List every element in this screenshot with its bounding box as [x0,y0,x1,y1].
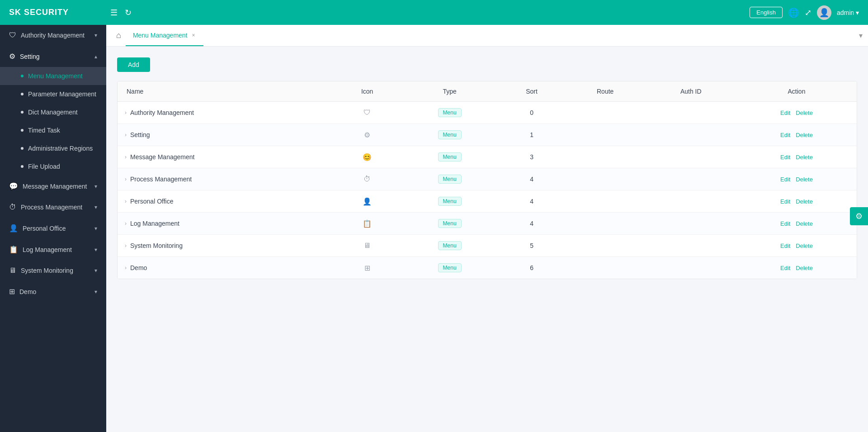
personal-icon: 👤 [9,224,18,233]
refresh-button[interactable]: ↻ [123,6,133,19]
chevron-down-icon: ▾ [94,247,97,253]
row-expand-icon[interactable]: › [125,265,127,271]
cell-name: › Log Management [118,213,333,235]
chevron-down-icon: ▾ [94,204,97,210]
sidebar-item-setting[interactable]: ⚙ Setting ▴ [0,46,106,67]
demo-icon: ⊞ [9,287,15,296]
row-expand-icon[interactable]: › [125,132,127,138]
table-row: › Personal Office 👤 Menu 4 Edit Delete [118,190,857,213]
sidebar-item-log-management[interactable]: 📋 Log Management ▾ [0,239,106,260]
delete-button[interactable]: Delete [796,176,813,183]
edit-button[interactable]: Edit [780,265,790,271]
dot-icon [21,75,24,77]
chevron-down-icon: ▾ [94,32,97,38]
tab-close-button[interactable]: × [191,31,196,39]
sidebar-item-label: Demo [19,288,90,295]
edit-button[interactable]: Edit [780,154,790,161]
cell-route [565,257,646,279]
delete-button[interactable]: Delete [796,198,813,205]
delete-button[interactable]: Delete [796,154,813,161]
add-button[interactable]: Add [117,57,150,72]
expand-icon[interactable]: ⤢ [805,8,811,18]
sidebar-sub-item-parameter-management[interactable]: Parameter Management [0,85,106,103]
edit-button[interactable]: Edit [780,242,790,249]
sidebar-item-label: Log Management [23,246,90,253]
table-row: › Log Management 📋 Menu 4 Edit Delete [118,213,857,235]
col-icon: Icon [333,81,401,102]
row-expand-icon[interactable]: › [125,198,127,204]
sidebar-item-personal-office[interactable]: 👤 Personal Office ▾ [0,218,106,239]
chevron-down-icon: ▾ [94,225,97,232]
type-badge: Menu [438,263,462,272]
sidebar-item-process-management[interactable]: ⏱ Process Management ▾ [0,197,106,218]
edit-button[interactable]: Edit [780,176,790,183]
cell-sort: 4 [498,168,565,190]
menu-toggle-button[interactable]: ☰ [108,6,119,19]
sidebar-item-message-management[interactable]: 💬 Message Management ▾ [0,176,106,197]
cell-route [565,235,646,257]
row-expand-icon[interactable]: › [125,242,127,249]
chevron-down-icon: ▾ [94,183,97,190]
delete-button[interactable]: Delete [796,242,813,249]
sidebar-item-demo[interactable]: ⊞ Demo ▾ [0,281,106,302]
delete-button[interactable]: Delete [796,109,813,116]
cell-auth-id [645,235,736,257]
sidebar-sub-item-administrative-regions[interactable]: Administrative Regions [0,139,106,157]
cell-route [565,190,646,213]
cell-route [565,168,646,190]
cell-icon: 📋 [333,213,401,235]
row-expand-icon[interactable]: › [125,109,127,116]
cell-name: › Message Management [118,146,333,168]
delete-button[interactable]: Delete [796,220,813,227]
chevron-down-icon: ▾ [94,267,97,274]
row-expand-icon[interactable]: › [125,176,127,182]
cell-icon: 🖥 [333,235,401,257]
cell-icon: 🛡 [333,102,401,124]
row-icon: 🖥 [363,242,371,249]
settings-float-icon: ⚙ [855,211,863,221]
header-right: English 🌐 ⤢ 👤 admin ▾ [750,5,859,20]
col-auth-id: Auth ID [645,81,736,102]
cell-action: Edit Delete [736,102,857,124]
cell-name: › Process Management [118,168,333,190]
edit-button[interactable]: Edit [780,109,790,116]
sidebar-item-label: Personal Office [23,225,90,232]
delete-button[interactable]: Delete [796,132,813,138]
type-badge: Menu [438,108,462,117]
cell-sort: 1 [498,124,565,146]
edit-button[interactable]: Edit [780,132,790,138]
dot-icon [21,93,24,95]
cell-route [565,124,646,146]
globe-icon[interactable]: 🌐 [788,7,799,18]
tab-dropdown-button[interactable]: ▾ [859,31,863,40]
row-expand-icon[interactable]: › [125,220,127,227]
col-action: Action [736,81,857,102]
dot-icon [21,147,24,150]
tab-menu-management[interactable]: Menu Management × [126,25,203,46]
row-expand-icon[interactable]: › [125,154,127,160]
language-button[interactable]: English [750,7,783,18]
cell-action: Edit Delete [736,257,857,279]
cell-type: Menu [401,257,498,279]
delete-button[interactable]: Delete [796,265,813,271]
edit-button[interactable]: Edit [780,220,790,227]
settings-float-button[interactable]: ⚙ [850,207,868,225]
header-icons: ☰ ↻ [108,6,133,19]
avatar: 👤 [817,5,831,20]
edit-button[interactable]: Edit [780,198,790,205]
sidebar-sub-item-timed-task[interactable]: Timed Task [0,121,106,139]
cell-auth-id [645,168,736,190]
cell-icon: 😊 [333,146,401,168]
admin-label[interactable]: admin ▾ [837,9,859,16]
sidebar-item-authority[interactable]: 🛡 Authority Management ▾ [0,25,106,46]
menu-table: Name Icon Type Sort Route Auth ID Action… [118,81,857,279]
cell-auth-id [645,124,736,146]
sidebar-sub-item-menu-management[interactable]: Menu Management [0,67,106,85]
sidebar-sub-item-dict-management[interactable]: Dict Management [0,103,106,121]
home-button[interactable]: ⌂ [112,31,126,40]
table-row: › Message Management 😊 Menu 3 Edit Delet… [118,146,857,168]
sidebar-sub-item-file-upload[interactable]: File Upload [0,157,106,176]
sidebar-item-system-monitoring[interactable]: 🖥 System Monitoring ▾ [0,260,106,281]
cell-name: › Setting [118,124,333,146]
type-badge: Menu [438,130,462,139]
